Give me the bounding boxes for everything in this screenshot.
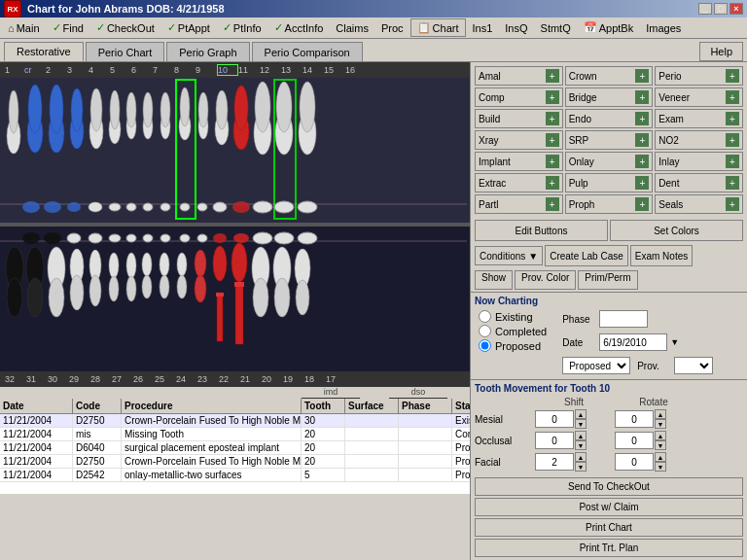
build-plus[interactable]: + (546, 112, 559, 125)
menu-insq[interactable]: InsQ (499, 20, 533, 36)
pulp-btn[interactable]: Pulp + (565, 173, 654, 192)
implant-btn[interactable]: Implant + (475, 152, 563, 171)
tooth-25[interactable] (142, 253, 152, 298)
seals-btn[interactable]: Seals + (655, 194, 743, 214)
completed-radio[interactable] (479, 325, 491, 337)
inlay-plus[interactable]: + (726, 155, 739, 168)
print-chart-btn[interactable]: Print Chart (475, 518, 743, 537)
tooth-20[interactable] (231, 243, 247, 344)
menu-acctinfo[interactable]: ✓ AcctInfo (268, 19, 330, 36)
tooth-1[interactable] (7, 90, 20, 154)
tab-perio-comparison[interactable]: Perio Comparison (252, 42, 363, 61)
tooth-8[interactable] (143, 92, 153, 139)
send-to-checkout-btn[interactable]: Send To CheckOut (475, 477, 743, 496)
tooth-6[interactable] (109, 90, 121, 144)
pulp-plus[interactable]: + (635, 176, 649, 190)
onlay-btn[interactable]: Onlay + (565, 152, 654, 171)
tooth-9[interactable] (160, 92, 170, 139)
lower-teeth-svg[interactable] (0, 227, 467, 370)
help-button[interactable]: Help (699, 42, 743, 61)
perio-btn[interactable]: Perio + (655, 66, 743, 86)
endo-btn[interactable]: Endo + (565, 109, 654, 128)
occlusal-rotate-down[interactable]: ▼ (655, 440, 666, 450)
tooth-18[interactable] (273, 247, 291, 317)
menu-find[interactable]: ✓ Find (47, 19, 89, 36)
tooth-11[interactable] (198, 92, 208, 139)
occlusal-shift-input[interactable] (535, 432, 574, 449)
exam-btn[interactable]: Exam + (655, 109, 743, 128)
tooth-3[interactable] (49, 85, 64, 153)
phase-input[interactable] (599, 310, 648, 328)
proposed-radio[interactable] (479, 339, 491, 352)
tooth-12[interactable] (215, 90, 229, 145)
tooth-32[interactable] (6, 247, 23, 317)
tab-perio-chart[interactable]: Perio Chart (86, 42, 165, 61)
menu-checkout[interactable]: ✓ CheckOut (90, 19, 160, 36)
mesial-shift-up[interactable]: ▲ (575, 409, 587, 419)
date-input[interactable] (599, 333, 667, 351)
menu-proc[interactable]: Proc (375, 20, 409, 36)
tooth-27[interactable] (109, 253, 119, 301)
srp-plus[interactable]: + (635, 133, 649, 147)
menu-apptbk[interactable]: 📅 ApptBk (578, 19, 639, 36)
seals-plus[interactable]: + (726, 197, 739, 211)
tab-restorative[interactable]: Restorative (4, 42, 84, 61)
tooth-16[interactable] (299, 82, 316, 155)
mesial-rotate-spinner[interactable]: ▲ ▼ (655, 409, 666, 429)
tooth-19[interactable] (252, 247, 269, 317)
date-dropdown-icon[interactable]: ▼ (670, 337, 679, 347)
menu-main[interactable]: ⌂ Main (2, 20, 46, 36)
facial-rotate-up[interactable]: ▲ (655, 452, 666, 462)
facial-shift-spinner[interactable]: ▲ ▼ (575, 452, 587, 472)
mesial-rotate-input[interactable] (615, 410, 654, 428)
mesial-shift-down[interactable]: ▼ (575, 419, 587, 429)
tooth-17[interactable] (295, 249, 310, 315)
implant-plus[interactable]: + (546, 155, 559, 168)
tooth-28[interactable] (89, 250, 101, 306)
occlusal-rotate-input[interactable] (615, 432, 654, 449)
xray-plus[interactable]: + (546, 133, 559, 147)
show-btn[interactable]: Show (475, 270, 513, 290)
occlusal-shift-up[interactable]: ▲ (575, 431, 587, 440)
create-lab-btn[interactable]: Create Lab Case (545, 245, 628, 266)
tooth-21[interactable] (213, 246, 227, 341)
extrac-btn[interactable]: Extrac + (475, 173, 563, 192)
tooth-13[interactable] (233, 86, 249, 150)
onlay-plus[interactable]: + (635, 155, 649, 168)
mesial-rotate-up[interactable]: ▲ (655, 409, 666, 419)
edit-buttons-btn[interactable]: Edit Buttons (475, 220, 608, 241)
facial-shift-input[interactable] (535, 453, 574, 471)
bridge-plus[interactable]: + (635, 90, 649, 104)
tooth-15[interactable] (274, 80, 296, 219)
occlusal-rotate-spinner[interactable]: ▲ ▼ (655, 431, 666, 450)
mesial-shift-spinner[interactable]: ▲ ▼ (575, 409, 587, 429)
bridge-btn[interactable]: Bridge + (565, 88, 654, 107)
menu-stmtq[interactable]: StmtQ (535, 20, 577, 36)
tooth-10[interactable] (176, 80, 196, 219)
set-colors-btn[interactable]: Set Colors (610, 220, 743, 241)
window-controls[interactable]: _ □ × (698, 3, 743, 15)
tooth-30[interactable] (48, 247, 65, 317)
dent-btn[interactable]: Dent + (655, 173, 743, 192)
mesial-rotate-down[interactable]: ▼ (655, 419, 666, 429)
table-row[interactable]: 11/21/2004 D6040 surgical placement epos… (0, 441, 470, 455)
comp-btn[interactable]: Comp + (475, 88, 563, 107)
close-btn[interactable]: × (729, 3, 743, 15)
exam-notes-btn[interactable]: Exam Notes (630, 245, 693, 266)
inlay-btn[interactable]: Inlay + (655, 152, 743, 171)
proph-plus[interactable]: + (635, 197, 649, 211)
dent-plus[interactable]: + (726, 176, 739, 190)
table-row[interactable]: 11/21/2004 D2750 Crown-Porcelain Fused T… (0, 455, 470, 469)
perio-plus[interactable]: + (726, 69, 739, 83)
menu-ptappt[interactable]: ✓ PtAppt (161, 19, 216, 36)
proph-btn[interactable]: Proph + (565, 194, 654, 214)
partl-btn[interactable]: Partl + (475, 194, 563, 214)
prim-perm-btn[interactable]: Prim/Perm (578, 270, 637, 290)
crown-plus[interactable]: + (635, 69, 649, 83)
tooth-2[interactable] (27, 85, 43, 153)
facial-rotate-input[interactable] (615, 453, 654, 471)
tooth-5[interactable] (89, 88, 103, 149)
srp-btn[interactable]: SRP + (565, 130, 654, 150)
tooth-22[interactable] (195, 250, 206, 302)
table-row[interactable]: 11/21/2004 D2542 onlay-metallic-two surf… (0, 469, 470, 482)
